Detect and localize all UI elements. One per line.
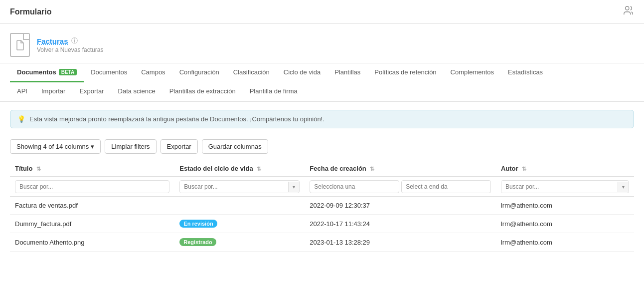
tab-plantillas-extraccion[interactable]: Plantillas de extracción [162, 82, 243, 101]
col-header-titulo[interactable]: Título ⇅ [10, 161, 174, 177]
filter-autor-select-wrap: ▾ [501, 180, 629, 193]
filter-fecha-end-input[interactable] [401, 180, 491, 193]
filter-estado-dropdown-icon[interactable]: ▾ [288, 182, 299, 192]
page-header: Facturas ⓘ Volver a Nuevas facturas [0, 24, 644, 63]
tab-label: Data science [118, 87, 156, 95]
info-icon[interactable]: ⓘ [71, 36, 78, 45]
export-label: Exportar [167, 143, 191, 150]
tab-label: Configuración [179, 68, 219, 76]
page-title-row: Facturas ⓘ [37, 36, 103, 45]
cell-autor: lrm@athento.com [496, 215, 634, 233]
banner-icon: 💡 [17, 115, 25, 123]
filter-cell-autor: ▾ [496, 177, 634, 197]
beta-badge: BETA [59, 69, 77, 75]
cell-estado: Registrado [174, 233, 305, 252]
tab-label: Importar [41, 87, 65, 95]
tab-label: Ciclo de vida [284, 68, 321, 76]
page-title-area: Facturas ⓘ Volver a Nuevas facturas [37, 36, 103, 53]
sort-icon-fecha: ⇅ [370, 166, 374, 172]
cell-titulo: Factura de ventas.pdf [10, 197, 174, 215]
tab-estadisticas[interactable]: Estadísticas [501, 63, 550, 82]
cell-estado [174, 197, 305, 215]
dropdown-arrow-icon: ▾ [91, 143, 94, 150]
save-columns-label: Guardar columnas [208, 143, 262, 150]
breadcrumb[interactable]: Volver a Nuevas facturas [37, 46, 103, 53]
filter-cell-estado: ▾ [174, 177, 305, 197]
tab-label: Documentos [17, 68, 56, 76]
tab-ciclo-de-vida[interactable]: Ciclo de vida [277, 63, 327, 82]
export-button[interactable]: Exportar [161, 139, 198, 154]
cell-titulo: Documento Athento.png [10, 233, 174, 252]
sort-icon-autor: ⇅ [522, 166, 526, 172]
tabs-row-1: Documentos BETA Documentos Campos Config… [10, 63, 634, 82]
filter-fecha-start-input[interactable] [310, 180, 399, 193]
col-header-autor[interactable]: Autor ⇅ [496, 161, 634, 177]
filter-autor-input[interactable] [501, 181, 618, 193]
filter-estado-select-wrap: ▾ [179, 180, 300, 193]
user-icon[interactable] [623, 5, 634, 18]
tab-data-science[interactable]: Data science [111, 82, 162, 101]
table-header-row: Título ⇅ Estado del ciclo de vida ⇅ Fech… [10, 161, 634, 177]
sort-icon-estado: ⇅ [257, 166, 261, 172]
cell-autor: lrm@athento.com [496, 233, 634, 252]
cell-titulo: Dummy_factura.pdf [10, 215, 174, 233]
filter-titulo-input[interactable] [15, 180, 169, 193]
col-header-estado[interactable]: Estado del ciclo de vida ⇅ [174, 161, 305, 177]
filter-cell-fecha [305, 177, 496, 197]
tab-politicas[interactable]: Políticas de retención [367, 63, 443, 82]
save-columns-button[interactable]: Guardar columnas [202, 139, 268, 154]
cell-estado: En revisión [174, 215, 305, 233]
table-row: Documento Athento.png Registrado 2023-01… [10, 233, 634, 252]
columns-button-label: Showing 4 of 14 columns [16, 143, 89, 150]
tab-label: Exportar [79, 87, 104, 95]
tab-clasificacion[interactable]: Clasificación [226, 63, 277, 82]
table-row: Dummy_factura.pdf En revisión 2022-10-17… [10, 215, 634, 233]
page-title[interactable]: Facturas [37, 37, 68, 45]
tabs-row-2: API Importar Exportar Data science Plant… [10, 82, 634, 101]
col-header-fecha[interactable]: Fecha de creación ⇅ [305, 161, 496, 177]
tab-documentos[interactable]: Documentos [84, 63, 134, 82]
filter-autor-dropdown-icon[interactable]: ▾ [618, 182, 629, 192]
tab-label: Campos [141, 68, 165, 76]
tab-label: Plantillas de extracción [169, 87, 236, 95]
cell-fecha: 2022-10-17 11:43:24 [305, 215, 496, 233]
status-badge: En revisión [179, 220, 217, 228]
tab-importar[interactable]: Importar [34, 82, 72, 101]
tab-label: Plantilla de firma [250, 87, 298, 95]
tab-campos[interactable]: Campos [134, 63, 172, 82]
tab-documentos-beta[interactable]: Documentos BETA [10, 63, 84, 82]
clear-filters-button[interactable]: Limpiar filters [105, 139, 156, 154]
tab-api[interactable]: API [10, 82, 34, 101]
columns-button[interactable]: Showing 4 of 14 columns ▾ [10, 139, 101, 154]
clear-filters-label: Limpiar filters [111, 143, 150, 150]
app-title: Formulario [10, 7, 52, 16]
documents-table: Título ⇅ Estado del ciclo de vida ⇅ Fech… [10, 161, 634, 252]
col-estado-label: Estado del ciclo de vida [179, 165, 253, 172]
tabs-container: Documentos BETA Documentos Campos Config… [0, 63, 644, 102]
tab-complementos[interactable]: Complementos [444, 63, 501, 82]
svg-point-0 [626, 6, 629, 10]
tab-plantilla-firma[interactable]: Plantilla de firma [243, 82, 305, 101]
app-header: Formulario [0, 0, 644, 24]
cell-autor: lrm@athento.com [496, 197, 634, 215]
filter-fecha-date-wrap [310, 180, 491, 193]
sort-icon-titulo: ⇅ [36, 166, 41, 172]
tab-exportar[interactable]: Exportar [72, 82, 111, 101]
document-icon [10, 33, 30, 57]
tab-configuracion[interactable]: Configuración [172, 63, 226, 82]
tab-plantillas[interactable]: Plantillas [327, 63, 367, 82]
info-banner: 💡 Esta vista mejorada pronto reemplazará… [10, 110, 634, 128]
table-container: Título ⇅ Estado del ciclo de vida ⇅ Fech… [0, 161, 644, 252]
table-row: Factura de ventas.pdf 2022-09-09 12:30:3… [10, 197, 634, 215]
filter-estado-input[interactable] [180, 181, 288, 193]
banner-text: Esta vista mejorada pronto reemplazará l… [29, 115, 324, 123]
filter-row: ▾ ▾ [10, 177, 634, 197]
tab-label: Documentos [91, 68, 127, 76]
cell-fecha: 2022-09-09 12:30:37 [305, 197, 496, 215]
col-titulo-label: Título [15, 165, 32, 172]
toolbar: Showing 4 of 14 columns ▾ Limpiar filter… [0, 134, 644, 161]
tab-label: Clasificación [233, 68, 270, 76]
tab-label: Complementos [451, 68, 494, 76]
filter-cell-titulo [10, 177, 174, 197]
tab-label: Estadísticas [508, 68, 543, 76]
